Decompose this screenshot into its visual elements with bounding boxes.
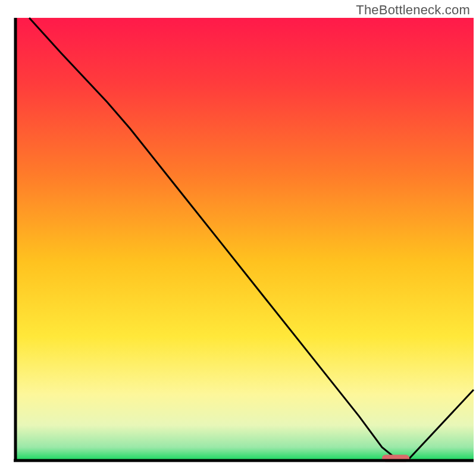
watermark-text: TheBottleneck.com: [356, 2, 470, 18]
bottleneck-chart: [0, 0, 476, 476]
gradient-background: [15, 18, 474, 461]
